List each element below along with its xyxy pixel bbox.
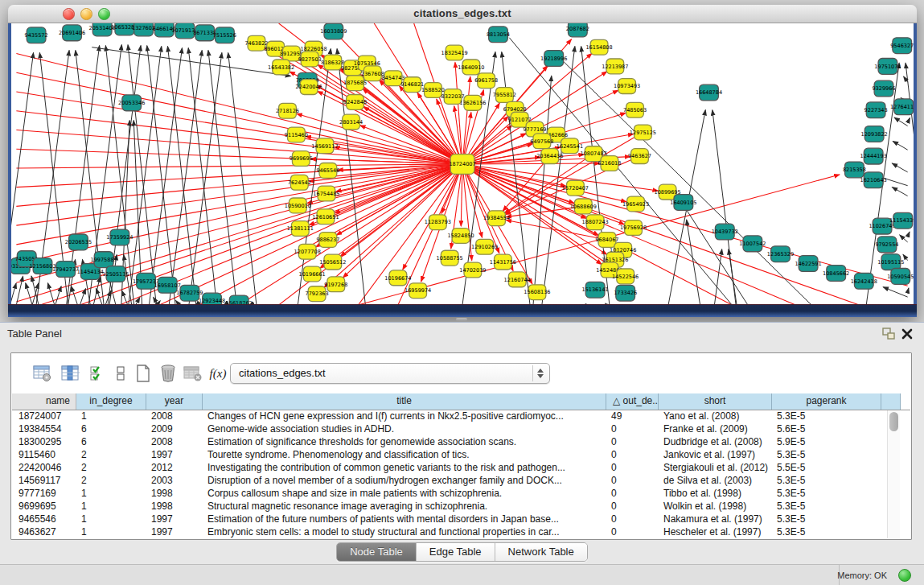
graph-node[interactable]: 1327602 — [132, 23, 155, 36]
graph-node[interactable]: 7515526 — [213, 27, 236, 43]
graph-node[interactable]: 11283793 — [425, 215, 451, 230]
table-row[interactable]: 911546021997Tourette syndrome. Phenomeno… — [12, 449, 910, 462]
graph-node[interactable]: 2718126 — [276, 103, 299, 118]
graph-node[interactable]: 11154339 — [889, 212, 914, 229]
memory-status-icon[interactable] — [898, 569, 911, 582]
graph-node[interactable]: 9242848 — [343, 94, 367, 109]
table-row[interactable]: 1938455462009Genome-wide association stu… — [12, 423, 910, 436]
graph-node[interactable]: 19975887 — [91, 252, 117, 268]
close-panel-icon[interactable] — [900, 327, 916, 341]
graph-node[interactable]: 16242418 — [851, 273, 877, 289]
graph-node[interactable]: 11381111 — [287, 221, 314, 237]
graph-node[interactable]: 1875685 — [343, 76, 367, 91]
graph-node[interactable]: 19218996 — [540, 51, 567, 67]
graph-node[interactable]: 16409105 — [670, 195, 696, 211]
graph-node[interactable]: 7485063 — [623, 102, 647, 117]
select-columns-icon[interactable] — [87, 362, 109, 385]
graph-node[interactable]: 16959974 — [405, 283, 431, 299]
graph-node[interactable]: 10439732 — [712, 224, 738, 240]
graph-node[interactable]: 9227343 — [864, 102, 888, 118]
graph-node[interactable]: 14702039 — [459, 262, 486, 278]
column-header-year[interactable]: year — [146, 393, 203, 410]
scrollbar-thumb[interactable] — [889, 412, 898, 431]
tab-network-table[interactable]: Network Table — [495, 543, 587, 561]
graph-node[interactable]: 18640910 — [458, 60, 484, 75]
graph-node[interactable]: 2803144 — [339, 114, 363, 130]
graph-node[interactable]: 15618762 — [226, 295, 253, 304]
graph-node[interactable]: 17359924 — [106, 229, 133, 245]
graph-node[interactable]: 18325419 — [441, 45, 468, 60]
function-builder-icon[interactable]: f(x) — [207, 362, 229, 385]
table-row[interactable]: 969969511998Structural magnetic resonanc… — [12, 501, 910, 513]
graph-node[interactable]: 6961758 — [474, 73, 498, 89]
table-select[interactable]: citations_edges.txt — [230, 363, 550, 384]
tab-node-table[interactable]: Node Table — [337, 543, 417, 561]
graph-node[interactable]: 12910269 — [471, 239, 498, 254]
graph-node[interactable]: 7955812 — [493, 88, 516, 103]
column-header-short[interactable]: short — [659, 393, 772, 410]
graph-node[interactable]: 12093822 — [861, 126, 888, 142]
graph-node[interactable]: 6216018 — [598, 156, 621, 171]
graph-node[interactable]: 9435572 — [25, 27, 48, 43]
graph-node[interactable]: 2367608 — [361, 66, 384, 81]
table-options-icon[interactable] — [31, 362, 54, 385]
graph-node[interactable]: 10588755 — [437, 250, 463, 266]
graph-node[interactable]: 9329966 — [872, 80, 895, 97]
graph-node[interactable]: 7792363 — [306, 286, 329, 302]
table-row[interactable]: 2242004622012Investigating the contribut… — [12, 462, 910, 475]
table-row[interactable]: 1456911722003Disruption of a novel membe… — [12, 475, 910, 488]
graph-node[interactable]: 12444193 — [860, 148, 887, 164]
column-header-title[interactable]: title — [203, 393, 606, 410]
graph-node[interactable]: 9146821 — [400, 77, 424, 93]
graph-node[interactable]: 20053346 — [118, 95, 145, 111]
graph-node[interactable]: 15136141 — [582, 282, 609, 298]
delete-column-icon[interactable] — [157, 362, 179, 385]
graph-node[interactable]: 14622591 — [795, 256, 821, 272]
float-panel-icon[interactable] — [881, 327, 897, 341]
create-column-icon[interactable] — [132, 362, 154, 385]
graph-node[interactable]: 15720407 — [562, 180, 589, 196]
table-row[interactable]: 946362711997Embryonic stem cells: a mode… — [12, 526, 910, 538]
graph-node[interactable]: 17942737 — [52, 262, 79, 278]
graph-node[interactable]: 10973493 — [614, 79, 640, 94]
graph-node[interactable]: 10195115 — [877, 254, 904, 270]
graph-node[interactable]: 2087682 — [566, 23, 589, 37]
graph-node[interactable]: 16754485 — [313, 186, 339, 201]
graph-node[interactable]: 10196674 — [384, 270, 411, 286]
graph-node[interactable]: 8813054 — [487, 27, 510, 43]
graph-node[interactable]: 12923448 — [199, 293, 225, 304]
table-scrollbar[interactable] — [887, 410, 900, 538]
graph-node[interactable]: 9465546 — [316, 163, 339, 179]
window-titlebar[interactable]: citations_edges.txt — [8, 5, 917, 23]
graph-node[interactable]: 9827503 — [298, 51, 322, 67]
graph-node[interactable]: 8215358 — [843, 162, 866, 178]
graph-node[interactable]: 12505135 — [102, 266, 129, 282]
graph-node[interactable]: 12365329 — [767, 246, 794, 262]
graph-node[interactable]: 11007542 — [739, 236, 766, 252]
table-row[interactable]: 1872400712008Changes of HCN gene express… — [12, 410, 910, 423]
graph-node[interactable]: 9115460 — [285, 127, 308, 142]
graph-node[interactable]: 11431756 — [490, 254, 516, 270]
graph-node[interactable]: 9792554 — [875, 237, 898, 253]
graph-node[interactable]: 9699695 — [290, 151, 313, 167]
column-header-pagerank[interactable]: pagerank — [772, 393, 881, 410]
graph-node[interactable]: 12213987 — [602, 59, 628, 74]
graph-node[interactable]: 10845662 — [823, 266, 849, 282]
graph-node[interactable]: 10590545 — [887, 269, 914, 285]
network-canvas[interactable]: 9435572206914062053140810653287132760264… — [11, 23, 914, 304]
graph-node[interactable]: 9546327 — [890, 38, 914, 54]
show-columns-icon[interactable] — [59, 362, 81, 385]
graph-node[interactable]: 6497568 — [530, 134, 553, 149]
graph-node[interactable]: 16033809 — [320, 23, 347, 39]
column-header-in_degree[interactable]: in_degree — [76, 393, 146, 410]
graph-node[interactable]: 18724007 — [449, 154, 475, 175]
graph-node[interactable]: 9886237 — [316, 233, 339, 248]
graph-node[interactable]: 19751074 — [874, 59, 901, 75]
column-header-name[interactable]: name — [14, 393, 76, 410]
graph-node[interactable]: 9463627 — [628, 149, 651, 164]
graph-node[interactable]: 20691406 — [59, 25, 85, 41]
graph-node[interactable]: 16154808 — [585, 39, 612, 55]
column-header-out_de[interactable]: △ out_de... — [606, 393, 659, 410]
graph-node[interactable]: 1733426 — [614, 285, 637, 301]
table-row[interactable]: 946554611997Estimation of the future num… — [12, 513, 910, 526]
